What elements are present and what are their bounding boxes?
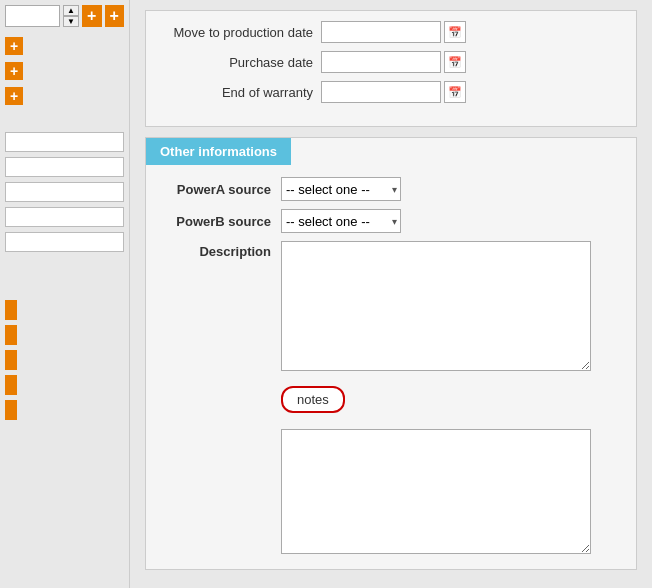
- purchase-date-label: Purchase date: [161, 55, 321, 70]
- sidebar-plus-3[interactable]: +: [5, 87, 23, 105]
- move-to-production-input[interactable]: [321, 21, 441, 43]
- spinner-wrap: ▲ ▼: [63, 5, 79, 27]
- spinner-down-btn[interactable]: ▼: [63, 16, 79, 27]
- sidebar-orange-bar-2[interactable]: [5, 325, 17, 345]
- move-to-production-input-wrap: 📅: [321, 21, 466, 43]
- sidebar-plus-row-2: +: [5, 62, 124, 80]
- date-fields-section: Move to production date 📅 Purchase date …: [145, 10, 637, 127]
- other-informations-tab[interactable]: Other informations: [146, 138, 291, 165]
- content-area: Move to production date 📅 Purchase date …: [130, 0, 652, 588]
- power-b-row: PowerB source -- select one -- ▾: [161, 209, 621, 233]
- sidebar-bar-2: [5, 157, 124, 177]
- purchase-date-row: Purchase date 📅: [161, 51, 621, 73]
- sidebar-bar-1: [5, 132, 124, 152]
- notes-tab-btn[interactable]: notes: [281, 386, 345, 413]
- end-of-warranty-calendar-btn[interactable]: 📅: [444, 81, 466, 103]
- tab-content: PowerA source -- select one -- ▾ PowerB …: [146, 165, 636, 569]
- spinner-up-btn[interactable]: ▲: [63, 5, 79, 16]
- end-of-warranty-input[interactable]: [321, 81, 441, 103]
- sidebar-orange-bar-4[interactable]: [5, 375, 17, 395]
- sidebar-plus-1[interactable]: +: [5, 37, 23, 55]
- power-a-label: PowerA source: [161, 182, 281, 197]
- power-a-row: PowerA source -- select one -- ▾: [161, 177, 621, 201]
- power-a-select[interactable]: -- select one --: [281, 177, 401, 201]
- move-to-production-label: Move to production date: [161, 25, 321, 40]
- purchase-date-calendar-btn[interactable]: 📅: [444, 51, 466, 73]
- main-layout: ▲ ▼ + + + + +: [0, 0, 652, 588]
- power-a-select-wrap: -- select one -- ▾: [281, 177, 401, 201]
- power-b-label: PowerB source: [161, 214, 281, 229]
- purchase-date-input[interactable]: [321, 51, 441, 73]
- power-b-select[interactable]: -- select one --: [281, 209, 401, 233]
- sidebar-bar-5: [5, 232, 124, 252]
- other-info-section: Other informations PowerA source -- sele…: [145, 137, 637, 570]
- description-textarea[interactable]: [281, 241, 591, 371]
- sidebar-plus-row-3: +: [5, 87, 124, 105]
- sidebar-add-btn-2[interactable]: +: [105, 5, 125, 27]
- sidebar-input[interactable]: [5, 5, 60, 27]
- sidebar-plus-2[interactable]: +: [5, 62, 23, 80]
- sidebar-orange-bar-5[interactable]: [5, 400, 17, 420]
- sidebar-top-controls: ▲ ▼ + +: [5, 5, 124, 27]
- sidebar-add-btn-1[interactable]: +: [82, 5, 102, 27]
- sidebar-bar-4: [5, 207, 124, 227]
- move-to-production-calendar-btn[interactable]: 📅: [444, 21, 466, 43]
- move-to-production-row: Move to production date 📅: [161, 21, 621, 43]
- purchase-date-input-wrap: 📅: [321, 51, 466, 73]
- description-label: Description: [161, 241, 281, 259]
- sidebar-bar-3: [5, 182, 124, 202]
- notes-tab-area: notes: [161, 386, 621, 554]
- sidebar-orange-bar-3[interactable]: [5, 350, 17, 370]
- description-row: Description: [161, 241, 621, 371]
- sidebar-bars: [5, 132, 124, 252]
- end-of-warranty-input-wrap: 📅: [321, 81, 466, 103]
- sidebar: ▲ ▼ + + + + +: [0, 0, 130, 588]
- power-b-select-wrap: -- select one -- ▾: [281, 209, 401, 233]
- end-of-warranty-label: End of warranty: [161, 85, 321, 100]
- end-of-warranty-row: End of warranty 📅: [161, 81, 621, 103]
- sidebar-plus-row-1: +: [5, 37, 124, 55]
- tab-header: Other informations: [146, 138, 636, 165]
- sidebar-orange-bar-1[interactable]: [5, 300, 17, 320]
- notes-textarea[interactable]: [281, 429, 591, 554]
